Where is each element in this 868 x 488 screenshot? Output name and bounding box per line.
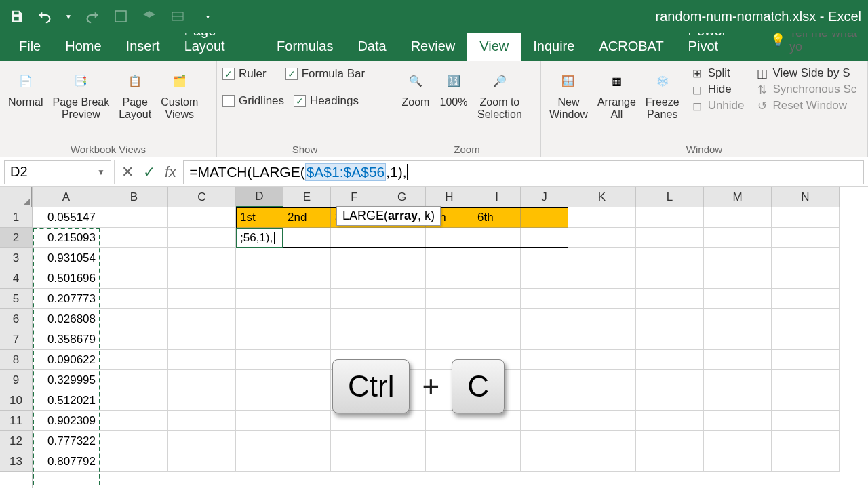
col-header-B[interactable]: B <box>100 187 168 207</box>
cell-E13[interactable] <box>283 451 331 472</box>
cell-L12[interactable] <box>636 431 704 451</box>
cell-J1[interactable] <box>521 207 568 228</box>
cell-H7[interactable] <box>426 329 473 350</box>
cell-L9[interactable] <box>636 370 704 390</box>
chevron-down-icon[interactable]: ▼ <box>97 167 105 177</box>
cell-A2[interactable]: 0.215093 <box>33 228 100 248</box>
ruler-checkbox[interactable]: ✓Ruler <box>222 65 267 83</box>
normal-view-button[interactable]: 📄Normal <box>5 65 46 110</box>
cell-A8[interactable]: 0.090622 <box>33 350 100 370</box>
row-header-8[interactable]: 8 <box>0 350 32 370</box>
cell-I13[interactable] <box>473 451 521 472</box>
cell-M7[interactable] <box>704 329 772 350</box>
cell-C8[interactable] <box>168 350 236 370</box>
cell-E8[interactable] <box>283 350 331 370</box>
cell-N12[interactable] <box>772 431 840 451</box>
cell-L8[interactable] <box>636 350 704 370</box>
cell-N8[interactable] <box>772 350 840 370</box>
cell-C1[interactable] <box>168 207 236 228</box>
cell-A9[interactable]: 0.329995 <box>33 370 100 390</box>
custom-views-button[interactable]: 🗂️Custom Views <box>158 65 201 123</box>
cell-B5[interactable] <box>100 289 168 309</box>
cell-M10[interactable] <box>704 390 772 411</box>
cell-J7[interactable] <box>521 329 568 350</box>
cell-E12[interactable] <box>283 431 331 451</box>
cell-D3[interactable] <box>236 248 283 268</box>
cell-K10[interactable] <box>568 390 636 411</box>
reset-window-button[interactable]: ↺Reset Window <box>755 98 857 114</box>
cell-K13[interactable] <box>568 451 636 472</box>
cell-K1[interactable] <box>568 207 636 228</box>
cell-J5[interactable] <box>521 289 568 309</box>
tab-file[interactable]: File <box>7 32 53 61</box>
col-header-N[interactable]: N <box>772 187 840 207</box>
cell-K9[interactable] <box>568 370 636 390</box>
cell-J12[interactable] <box>521 431 568 451</box>
cell-F5[interactable] <box>331 289 378 309</box>
cell-I12[interactable] <box>473 431 521 451</box>
cell-C12[interactable] <box>168 431 236 451</box>
cell-H3[interactable] <box>426 248 473 268</box>
tab-data[interactable]: Data <box>345 32 398 61</box>
cell-M6[interactable] <box>704 309 772 329</box>
row-header-11[interactable]: 11 <box>0 411 32 431</box>
col-header-J[interactable]: J <box>521 187 568 207</box>
cell-M4[interactable] <box>704 268 772 289</box>
split-button[interactable]: ⊞Split <box>690 65 745 81</box>
cell-J10[interactable] <box>521 390 568 411</box>
cell-I2[interactable] <box>473 228 521 248</box>
cell-D7[interactable] <box>236 329 283 350</box>
cell-M2[interactable] <box>704 228 772 248</box>
col-header-F[interactable]: F <box>331 187 378 207</box>
undo-icon[interactable] <box>37 8 53 24</box>
headings-checkbox[interactable]: ✓Headings <box>294 92 359 110</box>
cell-I1[interactable]: 6th <box>473 207 521 228</box>
row-header-9[interactable]: 9 <box>0 370 32 390</box>
cell-A3[interactable]: 0.931054 <box>33 248 100 268</box>
cell-D12[interactable] <box>236 431 283 451</box>
cell-B6[interactable] <box>100 309 168 329</box>
cell-D9[interactable] <box>236 370 283 390</box>
cell-B2[interactable] <box>100 228 168 248</box>
cell-B7[interactable] <box>100 329 168 350</box>
cell-F11[interactable] <box>331 411 378 431</box>
cell-B11[interactable] <box>100 411 168 431</box>
row-header-3[interactable]: 3 <box>0 248 32 268</box>
cell-E2[interactable] <box>283 228 331 248</box>
cell-C6[interactable] <box>168 309 236 329</box>
cell-M8[interactable] <box>704 350 772 370</box>
cell-G13[interactable] <box>378 451 426 472</box>
col-header-I[interactable]: I <box>473 187 521 207</box>
cell-G7[interactable] <box>378 329 426 350</box>
row-header-7[interactable]: 7 <box>0 329 32 350</box>
cell-L4[interactable] <box>636 268 704 289</box>
cell-N9[interactable] <box>772 370 840 390</box>
tab-formulas[interactable]: Formulas <box>264 32 345 61</box>
cell-E10[interactable] <box>283 390 331 411</box>
cell-B10[interactable] <box>100 390 168 411</box>
new-window-button[interactable]: 🪟New Window <box>547 65 591 123</box>
formula-input[interactable]: =MATCH(LARGE($A$1:$A$56,1), <box>183 160 864 184</box>
cell-I5[interactable] <box>473 289 521 309</box>
zoom-button[interactable]: 🔍Zoom <box>399 65 433 110</box>
cell-N7[interactable] <box>772 329 840 350</box>
cell-H4[interactable] <box>426 268 473 289</box>
cell-D1[interactable]: 1st <box>236 207 283 228</box>
cell-C9[interactable] <box>168 370 236 390</box>
cell-H5[interactable] <box>426 289 473 309</box>
cell-M1[interactable] <box>704 207 772 228</box>
page-break-button[interactable]: 📑Page Break Preview <box>50 65 113 123</box>
cell-N1[interactable] <box>772 207 840 228</box>
col-header-H[interactable]: H <box>426 187 473 207</box>
cell-K11[interactable] <box>568 411 636 431</box>
cell-C5[interactable] <box>168 289 236 309</box>
enter-icon[interactable]: ✓ <box>143 163 155 181</box>
row-header-4[interactable]: 4 <box>0 268 32 289</box>
tab-home[interactable]: Home <box>53 32 113 61</box>
cell-A11[interactable]: 0.902309 <box>33 411 100 431</box>
cell-F13[interactable] <box>331 451 378 472</box>
cell-J2[interactable] <box>521 228 568 248</box>
col-header-G[interactable]: G <box>378 187 426 207</box>
cell-H13[interactable] <box>426 451 473 472</box>
cell-D13[interactable] <box>236 451 283 472</box>
